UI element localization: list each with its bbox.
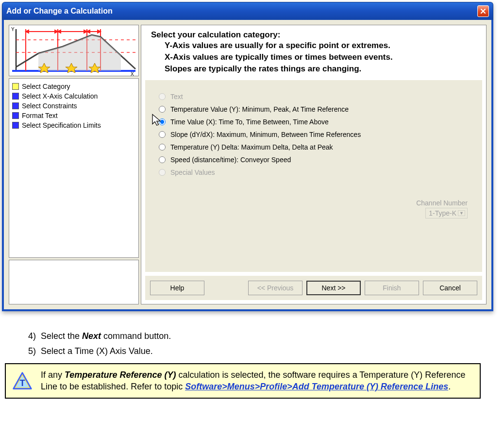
radio-label: Time Value (X): Time To, Time Between, T… — [170, 118, 329, 126]
radio-option[interactable]: Temperature (Y) Delta: Maximum Delta, De… — [159, 143, 469, 151]
wizard-step-item[interactable]: Format Text — [11, 111, 136, 120]
svg-text:X: X — [131, 71, 134, 76]
step-label: Select Specification Limits — [22, 121, 101, 129]
channel-select: 1-Type-K — [425, 208, 468, 218]
step-label: Select Constraints — [22, 102, 77, 110]
radio-label: Speed (distance/time): Conveyor Speed — [170, 156, 291, 164]
dialog-body: Y X — [2, 20, 493, 311]
step-color-icon — [12, 112, 19, 119]
radio-input — [159, 93, 166, 100]
tip-icon: T — [12, 371, 33, 392]
note-text: If any Temperature Reference (Y) calcula… — [41, 369, 472, 393]
step-color-icon — [12, 93, 19, 100]
step-label: Select X-Axis Calculation — [22, 92, 98, 100]
step-4: 4) Select the Next command button. — [28, 329, 504, 344]
wizard-step-item[interactable]: Select Specification Limits — [11, 120, 136, 130]
channel-label: Channel Number — [416, 199, 468, 207]
titlebar: Add or Change a Calculation — [2, 2, 493, 20]
radio-option[interactable]: Temperature Value (Y): Minimum, Peak, At… — [159, 105, 469, 113]
radio-input — [159, 169, 166, 176]
radio-option: Special Values — [159, 168, 469, 176]
button-row: Help << Previous Next >> Finish Cancel — [145, 276, 482, 300]
window-title: Add or Change a Calculation — [6, 7, 113, 16]
radio-label: Slope (dY/dX): Maximum, Minimum, Between… — [170, 131, 361, 138]
cancel-button[interactable]: Cancel — [423, 281, 477, 295]
dialog-window: Add or Change a Calculation Y X — [2, 2, 493, 311]
wizard-graphic: Y X — [9, 25, 139, 76]
step-5: 5) Select a Time (X) Axis Value. — [28, 344, 504, 359]
radio-label: Special Values — [170, 168, 215, 176]
finish-button[interactable]: Finish — [365, 281, 419, 295]
left-column: Y X — [9, 25, 139, 304]
instruction-steps: 4) Select the Next command button. 5) Se… — [28, 329, 504, 358]
heading-line1: Y-Axis values are usually for a specific… — [165, 40, 476, 51]
radio-label: Temperature (Y) Delta: Maximum Delta, De… — [170, 143, 333, 151]
radio-option[interactable]: Speed (distance/time): Conveyor Speed — [159, 156, 469, 164]
channel-number-group: Channel Number 1-Type-K — [416, 199, 468, 218]
radio-input[interactable] — [159, 106, 166, 113]
heading-title: Select your calculation category: — [151, 30, 476, 40]
previous-button[interactable]: << Previous — [248, 281, 302, 295]
radio-label: Temperature Value (Y): Minimum, Peak, At… — [170, 105, 349, 113]
hint-empty-box — [9, 260, 139, 304]
radio-input[interactable] — [159, 131, 166, 138]
step-label: Select Category — [22, 83, 70, 90]
note-link[interactable]: Software>Menus>Profile>Add Temperature (… — [185, 382, 448, 391]
wizard-step-item[interactable]: Select X-Axis Calculation — [11, 91, 136, 101]
radio-panel: TextTemperature Value (Y): Minimum, Peak… — [145, 80, 482, 272]
help-button[interactable]: Help — [150, 281, 204, 295]
step-color-icon — [12, 122, 19, 129]
svg-text:Y: Y — [11, 27, 15, 32]
wizard-step-item[interactable]: Select Category — [11, 82, 136, 91]
svg-text:T: T — [19, 378, 25, 388]
radio-option[interactable]: Time Value (X): Time To, Time Between, T… — [159, 118, 469, 126]
note-box: T If any Temperature Reference (Y) calcu… — [5, 363, 481, 399]
heading-line2: X-Axis values are typically times or tim… — [165, 51, 476, 63]
radio-label: Text — [170, 93, 183, 101]
next-button[interactable]: Next >> — [306, 281, 361, 295]
step-color-icon — [12, 102, 19, 109]
heading-line3: Slopes are typically the rates things ar… — [165, 63, 476, 75]
step-color-icon — [12, 83, 19, 90]
wizard-step-item[interactable]: Select Constraints — [11, 101, 136, 111]
radio-input[interactable] — [159, 118, 166, 125]
heading-block: Select your calculation category: Y-Axis… — [141, 25, 486, 76]
radio-option[interactable]: Slope (dY/dX): Maximum, Minimum, Between… — [159, 131, 469, 138]
step-label: Format Text — [22, 112, 58, 119]
wizard-steps-list: Select CategorySelect X-Axis Calculation… — [9, 78, 139, 258]
radio-input[interactable] — [159, 156, 166, 163]
close-button[interactable] — [477, 5, 489, 17]
radio-input[interactable] — [159, 144, 166, 151]
radio-option: Text — [159, 93, 469, 101]
right-column: Select your calculation category: Y-Axis… — [141, 25, 487, 304]
